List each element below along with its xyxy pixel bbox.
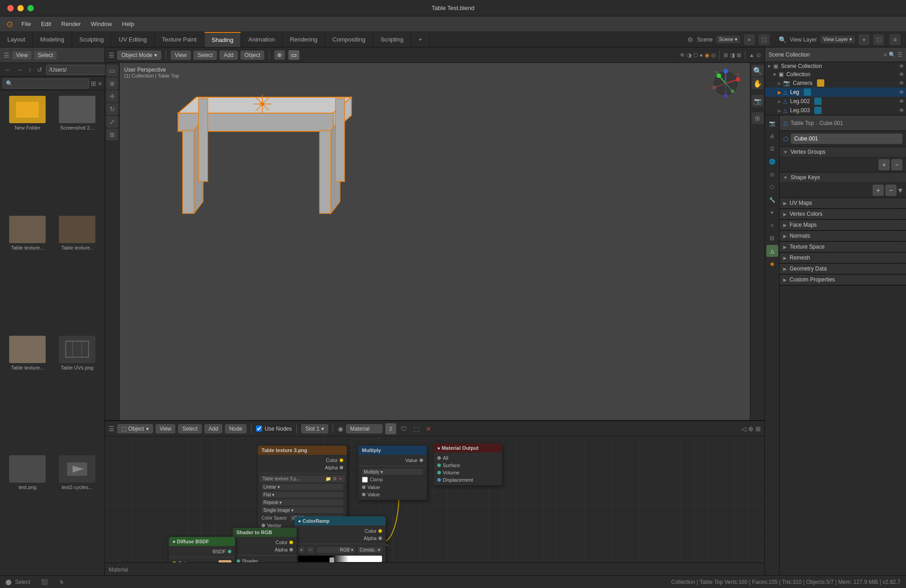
- menu-edit[interactable]: Edit: [37, 19, 56, 29]
- viewport-shading-icon[interactable]: ◑: [687, 52, 691, 58]
- node-settings-icon[interactable]: ⊞: [755, 425, 761, 432]
- visibility-icon[interactable]: 👁: [899, 63, 904, 69]
- settings-icon[interactable]: ⚙: [333, 476, 337, 481]
- alpha-socket[interactable]: [340, 466, 343, 469]
- outliner-item-collection[interactable]: ▼ ▣ Collection 👁: [765, 70, 906, 78]
- vg-add-btn[interactable]: +: [879, 159, 890, 170]
- color-ramp-bar[interactable]: [298, 556, 382, 562]
- all-socket[interactable]: [437, 456, 441, 460]
- shape-keys-header[interactable]: ▼ Shape Keys ···: [780, 172, 906, 183]
- color-picker[interactable]: [219, 560, 231, 562]
- viewport-menu-icon[interactable]: ☰: [109, 52, 115, 59]
- node-node-btn[interactable]: Node: [225, 424, 246, 433]
- alpha-out-socket[interactable]: [289, 548, 293, 552]
- node-material-output[interactable]: ● Material Output All Surface: [434, 443, 502, 485]
- node-select-btn[interactable]: Select: [178, 424, 201, 433]
- file-item-texture1[interactable]: Table texture...: [4, 214, 52, 332]
- view-btn[interactable]: View: [171, 51, 191, 60]
- sk-expand-icon[interactable]: ▾: [898, 185, 902, 196]
- color-stop[interactable]: [330, 557, 334, 562]
- tab-add[interactable]: +: [411, 32, 430, 47]
- node-type-dropdown[interactable]: ⬚ Object ▾: [117, 424, 153, 433]
- blender-logo-icon[interactable]: ⊙: [4, 19, 16, 29]
- outliner-filter-icon[interactable]: ≡: [884, 52, 887, 58]
- close-button[interactable]: [7, 5, 14, 11]
- file-item-uvs[interactable]: Table UVs.png: [53, 334, 101, 452]
- file-item-test2[interactable]: test2-cycles...: [53, 453, 101, 572]
- viewlayer-add-btn[interactable]: +: [859, 34, 869, 45]
- vector-socket[interactable]: [262, 524, 265, 527]
- file-item-screenshot[interactable]: Screenshot 2...: [53, 94, 101, 212]
- outliner-item-leg002[interactable]: ▶ △ Leg.002 👁: [765, 97, 906, 106]
- visibility-icon6[interactable]: 👁: [899, 108, 904, 113]
- object-data-props-btn[interactable]: △: [766, 245, 778, 257]
- visibility-icon2[interactable]: 👁: [899, 72, 904, 77]
- tab-modeling[interactable]: Modeling: [33, 32, 72, 47]
- grid-view-icon[interactable]: ⊞: [91, 80, 96, 87]
- slot-dropdown[interactable]: Slot 1 ▾: [301, 424, 328, 433]
- snap-icon[interactable]: ▲: [749, 52, 754, 58]
- displacement-socket[interactable]: [437, 478, 441, 482]
- shader-socket[interactable]: [236, 559, 240, 562]
- material-props-btn[interactable]: ◉: [766, 258, 778, 270]
- xray-icon[interactable]: ⊠: [737, 52, 741, 58]
- clamp-checkbox[interactable]: [362, 477, 368, 483]
- select-btn[interactable]: Select: [194, 51, 217, 60]
- visibility-icon3[interactable]: 👁: [899, 80, 904, 86]
- geometry-data-header[interactable]: ▶ Geometry Data ···: [780, 264, 906, 274]
- nav-up-btn[interactable]: ↑: [26, 65, 33, 74]
- alpha-out-socket[interactable]: [378, 536, 382, 540]
- extension-dropdown[interactable]: Repeat ▾: [262, 500, 343, 505]
- tab-layout[interactable]: Layout: [0, 32, 33, 47]
- outliner-item-leg003[interactable]: ▶ △ Leg.003 👁: [765, 106, 906, 115]
- bsdf-socket[interactable]: [228, 550, 231, 553]
- visibility-icon5[interactable]: 👁: [899, 99, 904, 104]
- outliner-options-icon[interactable]: ☰: [897, 52, 902, 58]
- file-item-test[interactable]: test.png: [4, 453, 52, 572]
- surface-socket[interactable]: [437, 463, 441, 467]
- wireframe-icon[interactable]: ⬡: [693, 52, 698, 58]
- output-props-btn[interactable]: 🖨: [766, 130, 778, 142]
- object-props-btn[interactable]: ⬡: [766, 181, 778, 193]
- scene-add-btn[interactable]: +: [744, 34, 755, 45]
- file-item-texture3[interactable]: Table texture...: [4, 334, 52, 452]
- volume-socket[interactable]: [437, 471, 441, 474]
- use-nodes-checkbox[interactable]: [256, 426, 262, 432]
- minimize-button[interactable]: [17, 5, 24, 11]
- vertex-groups-header[interactable]: ▼ Vertex Groups ···: [780, 147, 906, 157]
- face-maps-header[interactable]: ▶ Face Maps ···: [780, 220, 906, 230]
- add-stop-btn[interactable]: +: [298, 547, 304, 553]
- material-preview-icon[interactable]: ◉: [705, 52, 709, 58]
- menu-render[interactable]: Render: [57, 19, 85, 29]
- texture-space-header[interactable]: ▶ Texture Space ···: [780, 242, 906, 252]
- gizmo-icon[interactable]: ⊞: [723, 52, 728, 58]
- scene-selector[interactable]: Scene ▾: [716, 36, 740, 43]
- remesh-header[interactable]: ▶ Remesh ···: [780, 253, 906, 263]
- tab-rendering[interactable]: Rendering: [283, 32, 325, 47]
- view-button[interactable]: View: [12, 51, 31, 59]
- color-out-socket[interactable]: [289, 541, 293, 544]
- object-btn[interactable]: Object: [241, 51, 265, 60]
- tab-scripting[interactable]: Scripting: [373, 32, 411, 47]
- projection-dropdown[interactable]: Flat ▾: [262, 492, 343, 498]
- camera-view-icon[interactable]: 👁: [680, 52, 685, 58]
- outliner-search-icon[interactable]: 🔍: [889, 52, 896, 58]
- value-socket[interactable]: [419, 458, 423, 462]
- object-mode-dropdown[interactable]: Object Mode ▾: [117, 51, 161, 60]
- select-box-icon[interactable]: ▭: [288, 50, 299, 60]
- color-socket[interactable]: [340, 458, 343, 462]
- tab-texture-paint[interactable]: Texture Paint: [155, 32, 204, 47]
- filter-icon[interactable]: ≡: [890, 34, 901, 45]
- outliner-item-camera[interactable]: ▶ 📷 Camera 👁: [765, 78, 906, 88]
- menu-window[interactable]: Window: [86, 19, 116, 29]
- render-props-btn[interactable]: 📷: [766, 117, 778, 129]
- interpolation-dropdown[interactable]: Linear ▾: [262, 484, 343, 490]
- material-name-field[interactable]: Material: [346, 424, 382, 433]
- custom-props-header[interactable]: ▶ Custom Properties ···: [780, 275, 906, 285]
- node-view-btn[interactable]: View: [156, 424, 176, 433]
- browse-icon[interactable]: 📁: [325, 476, 331, 481]
- panel-menu-icon[interactable]: ☰: [4, 52, 10, 59]
- node-menu-icon[interactable]: ☰: [109, 425, 115, 432]
- interpolation-dropdown[interactable]: RGB ▾: [317, 547, 355, 553]
- maximize-button[interactable]: [27, 5, 34, 11]
